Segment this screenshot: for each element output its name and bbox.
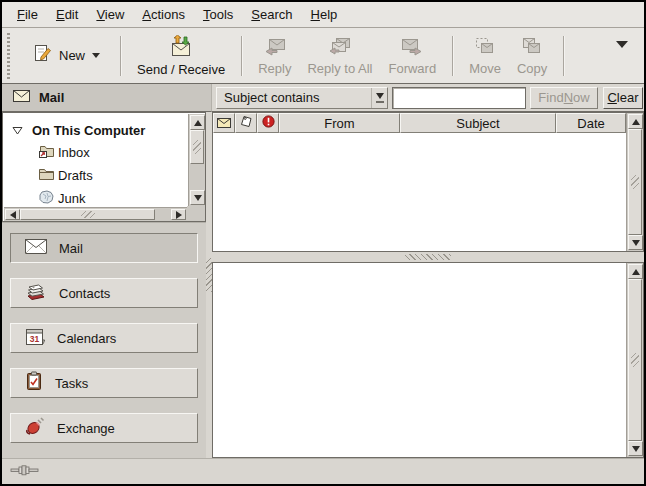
menu-search[interactable]: Search: [242, 3, 301, 26]
new-document-icon: [32, 44, 52, 67]
shortcut-label: Exchange: [57, 421, 115, 436]
horizontal-splitter[interactable]: [212, 252, 644, 262]
shortcut-label: Contacts: [59, 286, 110, 301]
move-label: Move: [469, 61, 501, 76]
toolbar-drag-handle[interactable]: [5, 33, 12, 79]
scroll-left-arrow[interactable]: [5, 209, 20, 220]
tree-item-label: Inbox: [58, 145, 90, 160]
search-filter-dropdown[interactable]: Subject contains: [216, 87, 388, 109]
mail-icon: [24, 238, 48, 258]
dropdown-arrow-icon: [371, 88, 387, 108]
shortcut-calendars-button[interactable]: 31 Calendars: [10, 323, 198, 353]
scrollbar-thumb[interactable]: [628, 279, 642, 441]
copy-label: Copy: [517, 61, 547, 76]
calendar-icon: 31: [24, 327, 46, 350]
splitter-grip[interactable]: [405, 254, 451, 260]
send-receive-icon: [168, 35, 194, 60]
column-subject[interactable]: Subject: [400, 113, 556, 133]
tree-vertical-scrollbar[interactable]: [188, 114, 205, 206]
scrollbar-corner: [187, 206, 205, 221]
shortcut-label: Calendars: [57, 331, 116, 346]
inbox-folder-icon: [38, 143, 55, 162]
message-list-scrollbar[interactable]: [626, 113, 643, 251]
tree-item-junk[interactable]: Junk: [4, 187, 187, 206]
reply-icon: [263, 36, 287, 59]
scrollbar-track[interactable]: [190, 130, 204, 190]
scroll-down-arrow[interactable]: [190, 190, 205, 205]
send-receive-label: Send / Receive: [137, 62, 225, 77]
mail-group-header: Mail: [2, 84, 212, 112]
shortcut-label: Tasks: [55, 376, 88, 391]
splitter-grip[interactable]: [206, 258, 212, 292]
move-icon: [473, 36, 497, 59]
reply-to-all-label: Reply to All: [307, 61, 372, 76]
scroll-up-arrow[interactable]: [190, 115, 205, 130]
shortcut-mail-button[interactable]: Mail: [10, 233, 198, 263]
menu-help[interactable]: Help: [302, 3, 347, 26]
preview-scrollbar[interactable]: [626, 263, 643, 457]
find-now-button[interactable]: Find Now: [530, 87, 598, 109]
preview-body: [213, 263, 626, 457]
tree-item-inbox[interactable]: Inbox: [4, 141, 187, 164]
online-status-plug-icon[interactable]: [10, 464, 40, 479]
main-area: On This Computer Inbox: [2, 112, 644, 458]
menubar: File Edit View Actions Tools Search Help: [2, 2, 644, 28]
new-button[interactable]: New: [20, 36, 112, 76]
reply-button[interactable]: Reply: [250, 31, 299, 81]
copy-icon: [520, 36, 544, 59]
copy-button[interactable]: Copy: [509, 31, 555, 81]
search-input[interactable]: [392, 87, 526, 109]
shortcut-tasks-button[interactable]: Tasks: [10, 368, 198, 398]
send-receive-button[interactable]: Send / Receive: [129, 31, 233, 81]
evolution-window: File Edit View Actions Tools Search Help…: [0, 0, 646, 486]
forward-button[interactable]: Forward: [380, 31, 444, 81]
vertical-splitter[interactable]: [206, 112, 212, 458]
shortcut-contacts-button[interactable]: Contacts: [10, 278, 198, 308]
message-list-pane: From Subject Date: [212, 112, 644, 252]
scroll-right-arrow[interactable]: [171, 209, 186, 220]
column-flag[interactable]: [235, 113, 257, 133]
scrollbar-track[interactable]: [628, 279, 642, 441]
right-column: From Subject Date: [212, 112, 644, 458]
scrollbar-thumb[interactable]: [20, 209, 155, 220]
menu-actions[interactable]: Actions: [133, 3, 194, 26]
menu-file[interactable]: File: [8, 3, 47, 26]
scrollbar-track[interactable]: [155, 209, 171, 220]
reply-to-all-button[interactable]: Reply to All: [299, 31, 380, 81]
svg-text:31: 31: [30, 333, 40, 343]
column-message-status[interactable]: [213, 113, 235, 133]
tree-root-on-this-computer[interactable]: On This Computer: [4, 119, 187, 141]
tree-horizontal-scrollbar[interactable]: [4, 207, 187, 221]
tree-item-drafts[interactable]: Drafts: [4, 164, 187, 187]
message-list: From Subject Date: [213, 113, 626, 251]
exchange-icon: [24, 416, 46, 440]
folder-icon: [38, 167, 55, 184]
toolbar: New Send / Receive: [2, 28, 644, 84]
scrollbar-thumb[interactable]: [190, 130, 204, 164]
column-priority[interactable]: [257, 113, 279, 133]
column-date[interactable]: Date: [556, 113, 626, 133]
reply-to-all-icon: [328, 36, 352, 59]
column-from[interactable]: From: [279, 113, 400, 133]
scroll-up-arrow[interactable]: [628, 264, 643, 279]
scroll-down-arrow[interactable]: [628, 441, 643, 456]
priority-exclamation-icon: [262, 115, 275, 131]
chevron-down-icon: [616, 41, 628, 63]
scrollbar-track[interactable]: [628, 129, 642, 235]
scroll-down-arrow[interactable]: [628, 235, 643, 250]
clear-button[interactable]: Clear: [603, 87, 643, 109]
message-list-body[interactable]: [213, 133, 626, 251]
flag-tag-icon: [240, 115, 253, 131]
folder-tree-panel: On This Computer Inbox: [2, 112, 206, 222]
menu-view[interactable]: View: [87, 3, 133, 26]
shortcut-exchange-button[interactable]: Exchange: [10, 413, 198, 443]
move-button[interactable]: Move: [461, 31, 509, 81]
menu-edit[interactable]: Edit: [47, 3, 87, 26]
shortcut-bar: Mail Contacts: [2, 222, 206, 458]
toolbar-overflow-chevron[interactable]: [612, 44, 632, 67]
scroll-up-arrow[interactable]: [628, 114, 643, 129]
expander-open-icon[interactable]: [12, 123, 23, 138]
menu-tools[interactable]: Tools: [194, 3, 242, 26]
left-column: On This Computer Inbox: [2, 112, 206, 458]
scrollbar-thumb[interactable]: [628, 129, 642, 235]
